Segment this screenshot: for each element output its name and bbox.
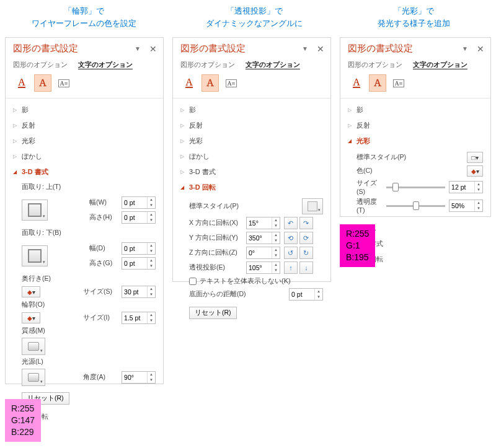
width-w-input[interactable]: ▲▼ [122,196,156,209]
textbox-icon[interactable]: A≡ [223,74,240,92]
panel-close-icon[interactable]: ✕ [317,44,324,54]
panel-caret-icon[interactable]: ▼ [462,45,468,52]
section-reflection: 反射 [340,118,490,133]
bevel-top-picker[interactable]: ▾ [22,200,48,221]
reset-button[interactable]: リセット(R) [189,307,237,319]
keep-text-flat-checkbox[interactable] [189,278,197,285]
section-3d-format: 3-D 書式 面取り: 上(T) ▾ 幅(W)▲▼ 高さ(H)▲▼ 面取り: 下… [6,164,163,409]
perspective-input[interactable]: ▲▼ [246,261,280,274]
bevel-bottom-picker[interactable]: ▾ [22,245,48,266]
glow-color-picker[interactable]: ◆▾ [467,165,483,177]
section-reflection: 反射 [6,118,163,133]
bevel-top-label: 面取り: 上(T) [22,183,61,191]
panel-title: 図形の書式設定 [348,43,413,55]
panel-caret-icon[interactable]: ▼ [302,45,308,52]
panel-title: 図形の書式設定 [180,43,246,55]
roty-down-button[interactable]: ⟳ [299,232,313,244]
depth-size-input[interactable]: ▲▼ [122,286,156,298]
text-effects-icon[interactable]: A [369,74,386,92]
caption-1: 「輪郭」で ワイヤーフレームの色を設定 [0,5,167,29]
rgb-swatch-2: R:255G:1B:195 [340,224,375,267]
panel-3d-rotation: 図形の書式設定 ▼ ✕ 図形のオプション 文字のオプション A A A≡ 影 反… [172,37,331,282]
distance-input[interactable]: ▲▼ [289,288,323,301]
section-glow: 光彩 [6,133,163,149]
textbox-icon[interactable]: A≡ [55,74,73,92]
tab-text-options[interactable]: 文字のオプション [246,61,300,68]
section-glow: 光彩 標準スタイル(P)□▾ 色(C)◆▾ サイズ(S) ▲▼ 透明度(T) ▲… [340,133,490,221]
height-h-input[interactable]: ▲▼ [122,211,156,224]
rotz-cw-button[interactable]: ↻ [299,247,313,259]
roty-up-button[interactable]: ⟲ [284,232,298,244]
tab-text-options[interactable]: 文字のオプション [413,61,467,68]
text-effects-icon[interactable]: A [34,74,51,92]
rotx-input[interactable]: ▲▼ [246,217,280,229]
glow-trans-input[interactable]: ▲▼ [449,200,483,212]
text-fill-outline-icon[interactable]: A [13,74,30,92]
panel-close-icon[interactable]: ✕ [149,44,157,54]
panel-title: 図形の書式設定 [13,43,78,55]
glow-trans-slider[interactable] [386,205,445,207]
section-reflection: 反射 [173,118,330,133]
text-effects-icon[interactable]: A [202,74,219,92]
lighting-picker[interactable]: ▾ [22,369,45,386]
caption-3: 「光彩」で 発光する様子を追加 [335,5,493,29]
depth-color-picker[interactable]: ◆ ▾ [22,286,40,297]
contour-color-picker[interactable]: ◆ ▾ [22,312,40,323]
tab-shape-options[interactable]: 図形のオプション [348,61,402,68]
tab-text-options[interactable]: 文字のオプション [78,61,133,68]
tab-shape-options[interactable]: 図形のオプション [180,61,235,68]
section-glow: 光彩 [173,133,330,149]
section-shadow: 影 [6,102,163,118]
material-picker[interactable]: ▾ [22,338,45,355]
section-3d-format: 3-D 書式 [173,164,330,180]
section-shadow: 影 [173,102,330,118]
persp-up-button[interactable]: ↑ [284,261,298,274]
panel-3d-format: 図形の書式設定 ▼ ✕ 図形のオプション 文字のオプション A A A≡ 影 反… [5,37,164,384]
bevel-bottom-label: 面取り: 下(B) [22,229,61,237]
glow-size-slider[interactable] [386,187,445,188]
section-shadow: 影 [340,102,490,118]
text-fill-outline-icon[interactable]: A [180,74,198,92]
lighting-angle-input[interactable]: ▲▼ [122,371,156,384]
section-blur: ぼかし [6,149,163,164]
persp-down-button[interactable]: ↓ [299,261,313,274]
rotx-right-button[interactable]: ↷ [299,217,313,229]
caption-2: 「透視投影」で ダイナミックなアングルに [170,5,338,29]
panel-caret-icon[interactable]: ▼ [135,45,141,52]
glow-size-input[interactable]: ▲▼ [449,181,483,193]
panel-glow: 図形の書式設定 ▼ ✕ 図形のオプション 文字のオプション A A A≡ 影 反… [340,37,491,217]
rotx-left-button[interactable]: ↶ [284,217,298,229]
glow-preset-picker[interactable]: □▾ [467,152,483,163]
rgb-swatch-1: R:255G:147B:229 [5,399,41,442]
section-3d-rotation: 3-D 回転 標準スタイル(P) ▾ X 方向に回転(X) ▲▼ ↶↷ Y 方向… [173,180,330,323]
text-fill-outline-icon[interactable]: A [348,74,365,92]
width-d-input[interactable]: ▲▼ [122,242,156,255]
panel-close-icon[interactable]: ✕ [477,44,484,54]
tab-shape-options[interactable]: 図形のオプション [13,61,68,68]
rotz-input[interactable]: ▲▼ [246,247,280,259]
lighting-label: 光源(L) [22,358,43,366]
material-label: 質感(M) [22,327,45,335]
contour-label: 輪郭(O) [22,301,45,309]
textbox-icon[interactable]: A≡ [390,74,407,92]
depth-label: 奥行き(E) [22,275,51,283]
roty-input[interactable]: ▲▼ [246,232,280,244]
rotation-preset-picker[interactable]: ▾ [302,198,323,214]
rotz-ccw-button[interactable]: ↺ [284,247,298,259]
section-blur: ぼかし [173,149,330,164]
height-g-input[interactable]: ▲▼ [122,257,156,270]
contour-size-input[interactable]: ▲▼ [122,312,156,324]
